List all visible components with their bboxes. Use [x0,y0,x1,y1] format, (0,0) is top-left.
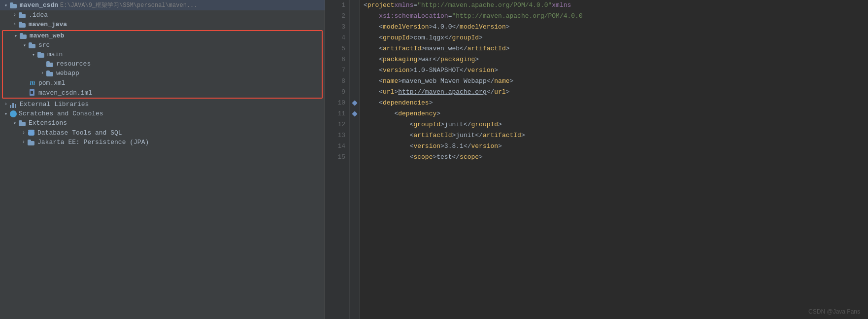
line-num-4: 4 [325,33,345,43]
code-line-14: <version>3.8.1</version> [364,141,868,152]
resources-folder-icon [46,61,54,67]
gutter-11[interactable] [350,108,359,119]
jakarta-folder-icon [28,139,35,145]
tree-item-db-tools[interactable]: › Database Tools and SQL [0,128,325,138]
ext-libs-arrow: › [2,102,10,107]
project-tree[interactable]: ▾ maven_csdn E:\JAVA\9_框架学习\SSM\personal… [0,0,325,319]
code-line-12: <groupId>junit</groupId> [364,119,868,130]
idea-arrow: › [11,12,19,18]
src-arrow: ▾ [21,42,29,48]
code-line-11: <dependency> [364,108,868,119]
db-tools-arrow: › [20,130,28,136]
code-line-4: <groupId>com.lqgx</groupId> [364,33,868,43]
maven-java-arrow: › [11,22,19,27]
gutter-1 [350,0,359,11]
tree-item-scratches[interactable]: ▾ Scratches and Consoles [0,109,325,118]
jakarta-arrow: › [20,140,28,145]
pom-icon: m [29,79,36,87]
project-root-arrow: ▾ [2,2,10,8]
gutter-5 [350,43,359,54]
line-num-1: 1 [325,0,345,11]
line-num-13: 13 [325,130,345,141]
gutter-12 [350,119,359,130]
line-num-10: 10 [325,98,345,108]
main-label: main [47,51,63,58]
pom-label: pom.xml [38,79,66,87]
line-num-3: 3 [325,22,345,33]
gutter-9 [350,87,359,98]
code-line-13: <artifactId>junit</artifactId> [364,130,868,141]
main-arrow: ▾ [30,52,37,58]
code-line-6: <packaging>war</packaging> [364,54,868,65]
line-num-5: 5 [325,43,345,54]
tree-item-main[interactable]: ▾ main [3,50,322,59]
tree-item-webapp[interactable]: › webapp [3,69,322,78]
scratches-icon [10,110,17,117]
fold-icon-10[interactable] [352,100,357,106]
idea-folder-icon [19,12,27,18]
gutter-8 [350,76,359,87]
tree-item-external-libs[interactable]: › External Libraries [0,100,325,109]
gutter-13 [350,130,359,141]
highlighted-section: ▾ maven_web ▾ src ▾ main resources [2,30,323,99]
tree-item-resources[interactable]: resources [3,59,322,69]
iml-label: maven_csdn.iml [38,89,92,97]
tree-item-maven-java[interactable]: › maven_java [0,20,325,29]
tree-item-idea[interactable]: › .idea [0,10,325,20]
scratches-arrow: ▾ [2,111,10,117]
gutter-15 [350,152,359,163]
code-line-2: xsi:schemaLocation="http://maven.apache.… [364,11,868,22]
maven-web-label: maven_web [30,32,64,39]
code-line-1: <project xmlns="http://maven.apache.org/… [364,0,868,11]
main-folder-icon [37,51,45,58]
gutter-3 [350,22,359,33]
watermark: CSDN @Java Fans [808,308,860,315]
src-folder-icon [29,42,36,48]
maven-web-folder-icon [20,33,28,39]
code-line-9: <url>http://maven.apache.org</url> [364,87,868,98]
ext-libs-label: External Libraries [20,101,89,108]
line-numbers: 1 2 3 4 5 6 7 8 9 10 11 12 13 14 15 [325,0,350,319]
code-line-8: <name>maven_web Maven Webapp</name> [364,76,868,87]
extensions-folder-icon [19,120,27,126]
jakarta-label: Jakarta EE: Persistence (JPA) [37,139,149,146]
tree-item-pom[interactable]: m pom.xml [3,78,322,88]
tree-item-iml[interactable]: maven_csdn.iml [3,88,322,98]
code-line-3: <modelVersion>4.0.0</modelVersion> [364,22,868,33]
project-root-item[interactable]: ▾ maven_csdn E:\JAVA\9_框架学习\SSM\personal… [0,0,325,10]
gutter-7 [350,65,359,76]
maven-web-arrow: ▾ [12,33,20,39]
gutter-6 [350,54,359,65]
scratches-label: Scratches and Consoles [19,110,103,117]
line-num-14: 14 [325,141,345,152]
maven-java-folder-icon [19,21,27,28]
ext-libs-icon [10,101,18,108]
project-folder-icon [10,2,18,8]
gutter-10[interactable] [350,98,359,108]
tree-item-extensions[interactable]: ▾ Extensions [0,118,325,128]
editor-gutter [350,0,360,319]
gutter-2 [350,11,359,22]
webapp-folder-icon [46,70,54,76]
idea-label: .idea [29,11,48,19]
code-editor: 1 2 3 4 5 6 7 8 9 10 11 12 13 14 15 [325,0,868,319]
tree-item-jakarta[interactable]: › Jakarta EE: Persistence (JPA) [0,138,325,147]
line-num-2: 2 [325,11,345,22]
line-num-12: 12 [325,119,345,130]
resources-label: resources [56,60,91,68]
db-tools-label: Database Tools and SQL [37,129,122,137]
extensions-arrow: ▾ [11,120,19,126]
code-line-7: <version>1.0-SNAPSHOT</version> [364,65,868,76]
src-label: src [38,41,50,49]
line-num-8: 8 [325,76,345,87]
project-root-path: E:\JAVA\9_框架学习\SSM\personal\maven... [60,1,197,9]
line-num-9: 9 [325,87,345,98]
tree-item-maven-web[interactable]: ▾ maven_web [3,31,322,40]
code-content[interactable]: <project xmlns="http://maven.apache.org/… [360,0,868,319]
code-area: 1 2 3 4 5 6 7 8 9 10 11 12 13 14 15 [325,0,868,319]
tree-item-src[interactable]: ▾ src [3,40,322,50]
code-line-5: <artifactId>maven_web</artifactId> [364,43,868,54]
project-root-label: maven_csdn [20,1,58,9]
line-num-6: 6 [325,54,345,65]
fold-icon-11[interactable] [352,111,357,116]
